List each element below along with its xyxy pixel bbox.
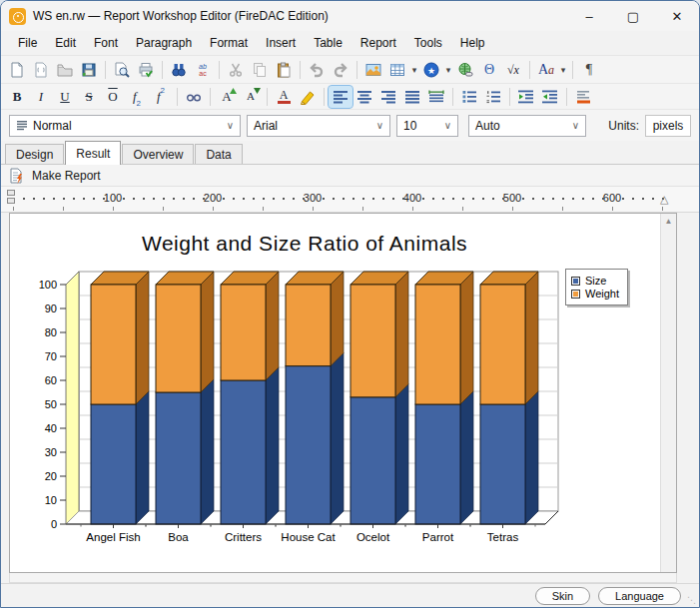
make-report-button[interactable] [7, 165, 27, 187]
cut-button[interactable] [224, 59, 248, 81]
save-button[interactable] [77, 59, 101, 81]
redo-button[interactable] [329, 59, 352, 81]
font-dialog-button[interactable]: A a [534, 59, 558, 81]
format-toolbar: B I U S O f2 f2 A A A [1, 83, 699, 109]
menu-report[interactable]: Report [351, 33, 405, 53]
menu-help[interactable]: Help [451, 33, 494, 53]
paste-button[interactable] [272, 59, 296, 81]
superscript-button[interactable]: f2 [149, 86, 173, 108]
insert-shape-dropdown[interactable]: ▾ [443, 65, 453, 75]
replace-button[interactable]: ab ac [191, 59, 215, 81]
scroll-up-icon[interactable]: ▲ [661, 217, 676, 226]
chart-canvas: 0102030405060708090100Angel FishBoaCritt… [10, 214, 659, 561]
ruler[interactable]: 100200300400500600△ [1, 187, 699, 213]
language-button[interactable]: Language [598, 587, 681, 605]
y-axis-label: 0 [51, 518, 57, 530]
minimize-button[interactable]: – [567, 1, 611, 31]
zoom-select[interactable]: Auto ∨ [468, 115, 586, 137]
preview-button[interactable] [110, 59, 134, 81]
bar-angel-fish [91, 272, 149, 524]
ruler-tick [622, 198, 624, 200]
print-button[interactable] [134, 59, 158, 81]
insert-symbol-button[interactable]: Θ [477, 59, 501, 81]
paragraph-style-select[interactable]: Normal ∨ [9, 115, 241, 137]
fit-width-button[interactable] [424, 86, 448, 108]
ruler-tick [333, 198, 335, 200]
document-canvas[interactable]: Weight and Size Ratio of Animals SizeWei… [9, 213, 677, 573]
menu-tools[interactable]: Tools [405, 33, 451, 53]
ruler-tick [43, 198, 45, 200]
italic-button[interactable]: I [29, 86, 53, 108]
skin-button[interactable]: Skin [535, 587, 590, 605]
subscript-button[interactable]: f2 [125, 86, 149, 108]
menu-insert[interactable]: Insert [257, 33, 305, 53]
shrink-font-button[interactable]: A [239, 86, 263, 108]
horizontal-scrollbar[interactable] [9, 573, 677, 583]
bold-button[interactable]: B [5, 86, 29, 108]
align-left-button[interactable] [329, 86, 352, 108]
copy-button[interactable] [248, 59, 272, 81]
open-button[interactable] [53, 59, 77, 81]
align-center-button[interactable] [352, 86, 376, 108]
undo-button[interactable] [305, 59, 329, 81]
make-report-label[interactable]: Make Report [32, 169, 101, 183]
ruler-tick [652, 198, 654, 200]
menu-font[interactable]: Font [85, 33, 127, 53]
pilcrow-glyph: ¶ [586, 63, 592, 77]
font-name-select[interactable]: Arial ∨ [247, 115, 390, 137]
y-axis-label: 90 [45, 303, 57, 314]
right-margin-marker[interactable]: △ [660, 193, 668, 206]
insert-table-button[interactable] [385, 59, 409, 81]
justify-button[interactable] [400, 86, 424, 108]
reading-mode-button[interactable] [182, 86, 206, 108]
ruler-tick [223, 198, 225, 200]
highlight-button[interactable] [296, 86, 320, 108]
align-right-button[interactable] [376, 86, 400, 108]
overline-button[interactable]: O [101, 86, 125, 108]
outdent-button[interactable] [514, 86, 538, 108]
ruler-tick [133, 198, 135, 200]
strikethrough-button[interactable]: S [77, 86, 101, 108]
insert-formula-button[interactable]: √x [501, 59, 525, 81]
indent-button[interactable] [538, 86, 562, 108]
ruler-tick [352, 198, 354, 200]
tab-data[interactable]: Data [195, 144, 242, 164]
tab-design[interactable]: Design [5, 144, 64, 164]
close-button[interactable]: ✕ [655, 1, 699, 31]
font-color-button[interactable]: A [272, 86, 296, 108]
menu-paragraph[interactable]: Paragraph [127, 33, 201, 53]
units-value-box[interactable]: pixels [645, 115, 691, 137]
subscript-digit: 2 [137, 99, 141, 108]
menu-edit[interactable]: Edit [46, 33, 85, 53]
find-button[interactable] [167, 59, 191, 81]
grow-font-button[interactable]: A [215, 86, 239, 108]
ruler-tick [452, 198, 454, 200]
paragraph-color-button[interactable] [571, 86, 595, 108]
indent-marker[interactable] [7, 198, 15, 204]
menu-file[interactable]: File [9, 33, 46, 53]
view-tabs: DesignResultOverviewData [1, 141, 699, 165]
ruler-tick [362, 198, 364, 200]
new-document-button[interactable] [5, 59, 29, 81]
maximize-button[interactable]: ▢ [611, 1, 655, 31]
ruler-tick [642, 198, 644, 200]
resize-grip[interactable]: ⋱ [687, 595, 697, 605]
vertical-scrollbar[interactable]: ▲ [660, 214, 676, 572]
indent-marker[interactable] [7, 190, 15, 196]
insert-shape-button[interactable]: ★ [419, 59, 443, 81]
menu-table[interactable]: Table [305, 33, 351, 53]
make-report-icon [9, 168, 25, 184]
new-from-template-button[interactable] [29, 59, 53, 81]
show-paragraph-marks-button[interactable]: ¶ [577, 59, 601, 81]
font-size-select[interactable]: 10 ∨ [396, 115, 458, 137]
insert-hyperlink-button[interactable] [453, 59, 477, 81]
insert-image-button[interactable] [361, 59, 385, 81]
bullet-list-button[interactable] [457, 86, 481, 108]
tab-result[interactable]: Result [65, 141, 121, 165]
insert-table-dropdown[interactable]: ▾ [409, 65, 419, 75]
numbered-list-button[interactable] [481, 86, 505, 108]
font-dialog-dropdown[interactable]: ▾ [558, 65, 568, 75]
underline-button[interactable]: U [53, 86, 77, 108]
tab-overview[interactable]: Overview [122, 144, 194, 164]
menu-format[interactable]: Format [201, 33, 257, 53]
